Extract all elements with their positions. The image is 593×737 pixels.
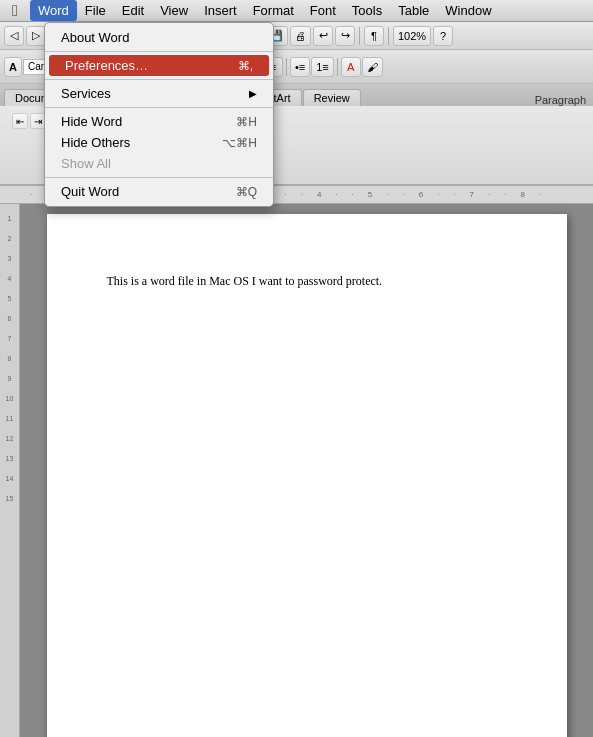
toolbar-back-btn[interactable]: ◁: [4, 26, 24, 46]
toolbar-forward-btn[interactable]: ▷: [26, 26, 46, 46]
ruler-mark-5: 5: [0, 288, 19, 308]
ruler-mark-1: 1: [0, 208, 19, 228]
ruler-mark-7: 7: [0, 328, 19, 348]
color-btn[interactable]: A: [341, 57, 361, 77]
toolbar-sep-8: [337, 58, 338, 76]
toolbar-print-btn[interactable]: 🖨: [290, 26, 311, 46]
submenu-arrow-icon: ▶: [249, 88, 257, 99]
menu-quit-word-label: Quit Word: [61, 184, 228, 199]
menubar-edit[interactable]: Edit: [114, 0, 152, 21]
bullet-list-btn[interactable]: •≡: [290, 57, 310, 77]
menubar-table[interactable]: Table: [390, 0, 437, 21]
ruler-mark-9: 9: [0, 368, 19, 388]
number-list-btn[interactable]: 1≡: [311, 57, 334, 77]
left-ruler: 1 2 3 4 5 6 7 8 9 10 11 12 13 14 15: [0, 204, 20, 737]
menubar-view[interactable]: View: [152, 0, 196, 21]
doc-page: This is a word file in Mac OS I want to …: [47, 214, 567, 737]
toolbar-paragraph-btn[interactable]: ¶: [364, 26, 384, 46]
menubar-font[interactable]: Font: [302, 0, 344, 21]
ruler-mark-12: 12: [0, 428, 19, 448]
toolbar-redo-btn[interactable]: ↪: [335, 26, 355, 46]
menu-about-word-label: About Word: [61, 30, 257, 45]
menubar-window[interactable]: Window: [437, 0, 499, 21]
ruler-mark-6: 6: [0, 308, 19, 328]
ruler-mark-4: 4: [0, 268, 19, 288]
menu-hide-word-label: Hide Word: [61, 114, 228, 129]
menu-hide-others[interactable]: Hide Others ⌥⌘H: [45, 132, 273, 153]
menu-preferences-label: Preferences…: [65, 58, 230, 73]
menu-hide-others-shortcut: ⌥⌘H: [222, 136, 257, 150]
menubar-tools[interactable]: Tools: [344, 0, 390, 21]
toolbar-help-btn[interactable]: ?: [433, 26, 453, 46]
menu-hide-others-label: Hide Others: [61, 135, 214, 150]
menu-hide-word-shortcut: ⌘H: [236, 115, 257, 129]
toolbar-sep-3: [359, 27, 360, 45]
ruler-mark-8: 8: [0, 348, 19, 368]
doc-page-area: This is a word file in Mac OS I want to …: [20, 204, 593, 737]
menu-show-all: Show All: [45, 153, 273, 174]
word-dropdown-menu: About Word Preferences… ⌘, Services ▶ Hi…: [44, 22, 274, 207]
ruler-mark-14: 14: [0, 468, 19, 488]
menu-show-all-label: Show All: [61, 156, 257, 171]
paragraph-label: Paragraph: [532, 94, 589, 106]
menubar:  Word File Edit View Insert Format Font…: [0, 0, 593, 22]
menu-preferences-shortcut: ⌘,: [238, 59, 253, 73]
ruler-mark-10: 10: [0, 388, 19, 408]
toolbar-undo-btn[interactable]: ↩: [313, 26, 333, 46]
menubar-word[interactable]: Word: [30, 0, 77, 21]
zoom-level: 102%: [398, 30, 426, 42]
toolbar-zoom-btn[interactable]: 102%: [393, 26, 431, 46]
ruler-mark-2: 2: [0, 228, 19, 248]
ruler-mark-3: 3: [0, 248, 19, 268]
ruler-mark-15: 15: [0, 488, 19, 508]
menu-preferences[interactable]: Preferences… ⌘,: [49, 55, 269, 76]
ruler-mark-11: 11: [0, 408, 19, 428]
menu-quit-word[interactable]: Quit Word ⌘Q: [45, 181, 273, 202]
ribbon-indent-left[interactable]: ⇤: [12, 113, 28, 129]
ruler-mark-13: 13: [0, 448, 19, 468]
menu-about-word[interactable]: About Word: [45, 27, 273, 48]
menu-separator-2: [45, 79, 273, 80]
menu-quit-word-shortcut: ⌘Q: [236, 185, 257, 199]
apple-menu-button[interactable]: : [0, 2, 30, 20]
doc-content[interactable]: This is a word file in Mac OS I want to …: [107, 274, 507, 289]
menubar-insert[interactable]: Insert: [196, 0, 245, 21]
menu-separator-4: [45, 177, 273, 178]
document-area: 1 2 3 4 5 6 7 8 9 10 11 12 13 14 15 This…: [0, 204, 593, 737]
menu-separator-3: [45, 107, 273, 108]
toolbar-sep-4: [388, 27, 389, 45]
toolbar-sep-7: [286, 58, 287, 76]
menu-services[interactable]: Services ▶: [45, 83, 273, 104]
menubar-format[interactable]: Format: [245, 0, 302, 21]
tab-review[interactable]: Review: [303, 89, 361, 106]
menu-separator-1: [45, 51, 273, 52]
menu-hide-word[interactable]: Hide Word ⌘H: [45, 111, 273, 132]
highlight-btn[interactable]: 🖌: [362, 57, 383, 77]
menu-services-label: Services: [61, 86, 245, 101]
toolbar-font-style-btn[interactable]: A: [4, 57, 22, 77]
menubar-file[interactable]: File: [77, 0, 114, 21]
